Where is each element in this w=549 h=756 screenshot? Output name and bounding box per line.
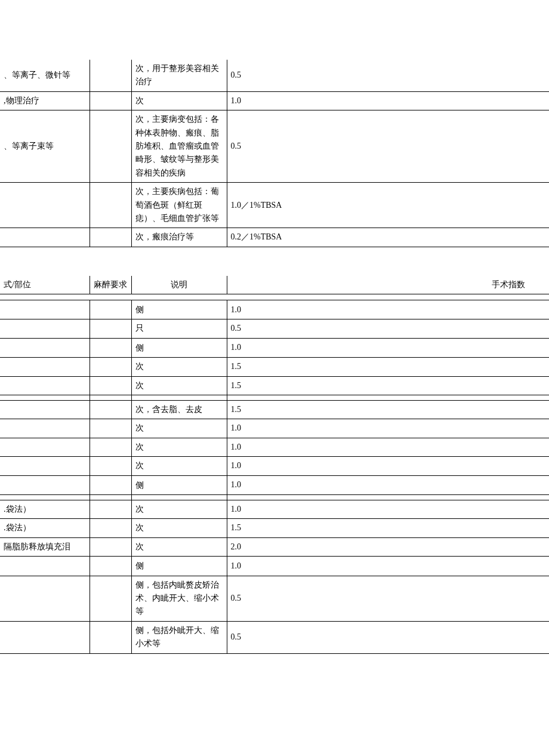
- cell-index: 1.0: [227, 475, 549, 494]
- cell-name: [0, 183, 90, 228]
- cell-index: 0.2／1%TBSA: [227, 228, 549, 247]
- cell-empty: [131, 494, 227, 500]
- cell-index: 1.0: [227, 419, 549, 438]
- cell-description: 侧，包括外眦开大、缩小术等: [131, 621, 227, 653]
- cell-description: 次，主要疾病包括：葡萄酒色斑（鲜红斑痣）、毛细血管扩张等: [131, 183, 227, 228]
- cell-anesthesia: [90, 419, 131, 438]
- cell-name: ,物理治疗: [0, 91, 90, 110]
- cell-name: .袋法）: [0, 519, 90, 537]
- cell-index: 1.5: [227, 401, 549, 419]
- cell-anesthesia: [90, 300, 131, 319]
- cell-name: [0, 300, 90, 319]
- cell-description: 次: [131, 519, 227, 537]
- cell-name: [0, 228, 90, 247]
- table-treatments: 、等离子、微针等次，用于整形美容相关治疗0.5,物理治疗次1.0、等离子束等次，…: [0, 60, 549, 247]
- cell-name: [0, 419, 90, 438]
- cell-empty: [0, 494, 90, 500]
- cell-name: .袋法）: [0, 500, 90, 518]
- cell-index: 1.0: [227, 91, 549, 110]
- cell-index: 1.0: [227, 438, 549, 456]
- cell-anesthesia: [90, 557, 131, 576]
- cell-description: 次: [131, 457, 227, 475]
- table-surgery-index: 式/部位 麻醉要求 说明 手术指数 侧1.0只0.5侧1.0次1.5次1.5次，…: [0, 276, 549, 654]
- table-row: 侧1.0: [0, 475, 549, 494]
- table-row: 次1.0: [0, 438, 549, 456]
- cell-empty: [90, 395, 131, 401]
- cell-index: 0.5: [227, 110, 549, 183]
- cell-index: 1.5: [227, 519, 549, 537]
- cell-anesthesia: [90, 91, 131, 110]
- cell-anesthesia: [90, 500, 131, 518]
- cell-description: 侧: [131, 475, 227, 494]
- cell-anesthesia: [90, 621, 131, 653]
- cell-description: 次: [131, 537, 227, 556]
- cell-description: 次: [131, 376, 227, 395]
- cell-name: [0, 557, 90, 576]
- cell-anesthesia: [90, 319, 131, 338]
- cell-index: 1.5: [227, 358, 549, 376]
- cell-description: 次: [131, 419, 227, 438]
- cell-index: 1.0: [227, 338, 549, 357]
- cell-name: 、等离子、微针等: [0, 60, 90, 91]
- table-row: [0, 395, 549, 401]
- cell-anesthesia: [90, 358, 131, 376]
- cell-description: 只: [131, 319, 227, 338]
- table-row: 侧1.0: [0, 300, 549, 319]
- cell-name: [0, 338, 90, 357]
- cell-anesthesia: [90, 438, 131, 456]
- table-row: ,物理治疗次1.0: [0, 91, 549, 110]
- table-header-row: 式/部位 麻醉要求 说明 手术指数: [0, 276, 549, 294]
- cell-name: [0, 576, 90, 621]
- cell-name: [0, 358, 90, 376]
- table-gap: [0, 247, 549, 276]
- table-row: 侧，包括内眦赘皮矫治术、内眦开大、缩小术等0.5: [0, 576, 549, 621]
- cell-name: [0, 457, 90, 475]
- cell-description: 次: [131, 438, 227, 456]
- cell-anesthesia: [90, 110, 131, 183]
- cell-description: 次，含去脂、去皮: [131, 401, 227, 419]
- cell-index: 0.5: [227, 60, 549, 91]
- cell-description: 侧: [131, 338, 227, 357]
- table-row: 、等离子束等次，主要病变包括：各种体表肿物、瘢痕、脂肪堆积、血管瘤或血管畸形、皱…: [0, 110, 549, 183]
- cell-anesthesia: [90, 457, 131, 475]
- cell-anesthesia: [90, 475, 131, 494]
- spacer-row: [0, 294, 549, 300]
- cell-anesthesia: [90, 537, 131, 556]
- cell-name: 隔脂肪释放填充泪: [0, 537, 90, 556]
- cell-index: 0.5: [227, 319, 549, 338]
- cell-anesthesia: [90, 183, 131, 228]
- table-row: 侧1.0: [0, 338, 549, 357]
- cell-description: 侧: [131, 300, 227, 319]
- table-row: 侧，包括外眦开大、缩小术等0.5: [0, 621, 549, 653]
- cell-anesthesia: [90, 401, 131, 419]
- cell-index: 1.0: [227, 300, 549, 319]
- cell-name: [0, 475, 90, 494]
- header-site: 式/部位: [0, 276, 90, 294]
- cell-index: 1.0: [227, 557, 549, 576]
- cell-empty: [227, 494, 549, 500]
- cell-name: [0, 621, 90, 653]
- document-page: 、等离子、微针等次，用于整形美容相关治疗0.5,物理治疗次1.0、等离子束等次，…: [0, 0, 549, 654]
- cell-empty: [0, 395, 90, 401]
- cell-description: 侧，包括内眦赘皮矫治术、内眦开大、缩小术等: [131, 576, 227, 621]
- table-row: 只0.5: [0, 319, 549, 338]
- table-row: 侧1.0: [0, 557, 549, 576]
- cell-anesthesia: [90, 228, 131, 247]
- cell-description: 次，主要病变包括：各种体表肿物、瘢痕、脂肪堆积、血管瘤或血管畸形、皱纹等与整形美…: [131, 110, 227, 183]
- cell-description: 次: [131, 91, 227, 110]
- table-row: .袋法）次1.5: [0, 519, 549, 537]
- table-row: 隔脂肪释放填充泪次2.0: [0, 537, 549, 556]
- header-description: 说明: [131, 276, 227, 294]
- cell-index: 1.0／1%TBSA: [227, 183, 549, 228]
- cell-name: 、等离子束等: [0, 110, 90, 183]
- cell-anesthesia: [90, 376, 131, 395]
- table-row: [0, 494, 549, 500]
- cell-name: [0, 438, 90, 456]
- table-row: .袋法）次1.0: [0, 500, 549, 518]
- cell-empty: [227, 395, 549, 401]
- cell-anesthesia: [90, 60, 131, 91]
- cell-index: 1.0: [227, 500, 549, 518]
- cell-name: [0, 401, 90, 419]
- cell-description: 侧: [131, 557, 227, 576]
- cell-anesthesia: [90, 519, 131, 537]
